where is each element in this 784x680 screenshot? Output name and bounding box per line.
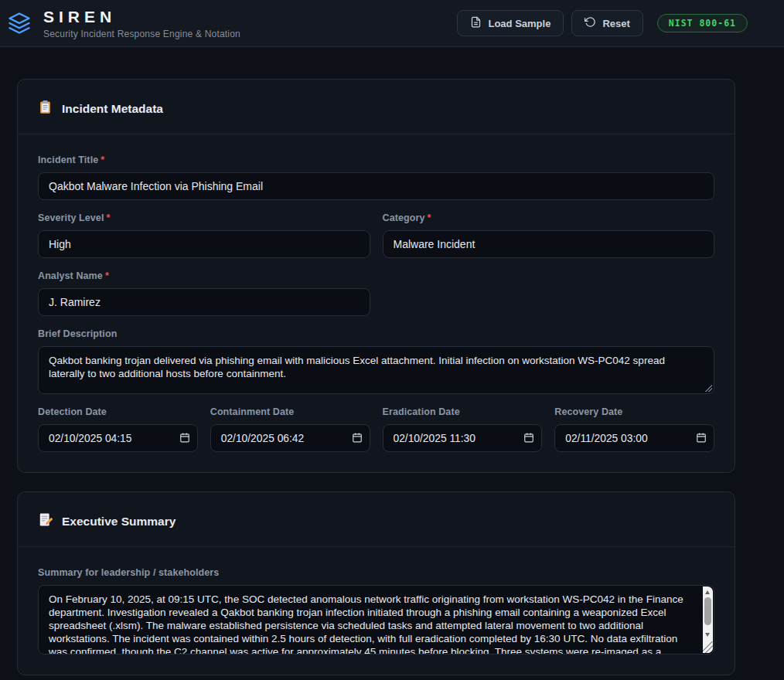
analyst-row-spacer xyxy=(383,270,715,316)
summary-textarea[interactable]: On February 10, 2025, at 09:15 UTC, the … xyxy=(38,585,714,654)
textarea-scrollbar[interactable] xyxy=(703,586,713,653)
incident-title-field: Incident Title* xyxy=(38,155,714,200)
analyst-label: Analyst Name* xyxy=(38,270,370,282)
detection-date-label: Detection Date xyxy=(38,406,198,418)
eradication-date-field: Eradication Date xyxy=(383,406,543,452)
incident-metadata-body: Incident Title* Severity Level* Category… xyxy=(18,134,735,472)
recovery-date-label: Recovery Date xyxy=(554,406,714,418)
app-subtitle: Security Incident Response Engine & Nota… xyxy=(43,29,240,39)
calendar-icon[interactable] xyxy=(523,432,534,446)
summary-text: On February 10, 2025, at 09:15 UTC, the … xyxy=(49,593,683,654)
eradication-date-box xyxy=(383,424,543,452)
required-marker: * xyxy=(105,270,109,281)
analyst-input[interactable] xyxy=(38,288,370,316)
header-actions: Load Sample Reset NIST 800-61 xyxy=(457,10,748,36)
description-textarea[interactable]: Qakbot banking trojan delivered via phis… xyxy=(38,346,714,394)
dates-row: Detection Date Containment Dat xyxy=(38,406,714,452)
recovery-date-field: Recovery Date xyxy=(554,406,714,452)
main-content: Incident Metadata Incident Title* Severi… xyxy=(0,47,784,675)
memo-icon xyxy=(38,512,53,530)
calendar-icon[interactable] xyxy=(696,432,707,446)
eradication-date-input[interactable] xyxy=(383,424,543,452)
label-text: Category xyxy=(383,212,425,223)
label-text: Analyst Name xyxy=(38,270,103,281)
app-title: SIREN xyxy=(43,8,240,26)
brand-text: SIREN Security Incident Response Engine … xyxy=(43,8,240,39)
executive-summary-title: Executive Summary xyxy=(62,515,176,529)
resize-grip-icon[interactable] xyxy=(703,641,713,653)
summary-label: Summary for leadership / stakeholders xyxy=(38,567,714,579)
clipboard-icon xyxy=(38,100,53,117)
required-marker: * xyxy=(101,155,104,165)
incident-metadata-card: Incident Metadata Incident Title* Severi… xyxy=(17,79,735,473)
detection-date-box xyxy=(38,424,198,452)
file-text-icon xyxy=(470,16,482,30)
label-text: Severity Level xyxy=(38,212,104,223)
containment-date-input[interactable] xyxy=(210,424,370,452)
load-sample-button[interactable]: Load Sample xyxy=(457,10,564,36)
severity-label: Severity Level* xyxy=(38,212,370,224)
analyst-field: Analyst Name* xyxy=(38,270,370,316)
rotate-ccw-icon xyxy=(585,16,596,30)
description-label: Brief Description xyxy=(38,328,714,340)
incident-title-label: Incident Title* xyxy=(38,155,714,166)
reset-label: Reset xyxy=(602,18,629,29)
severity-select[interactable] xyxy=(38,230,370,258)
reset-button[interactable]: Reset xyxy=(571,10,643,36)
scroll-up-arrow-icon[interactable] xyxy=(705,590,710,594)
layers-icon xyxy=(6,10,32,36)
containment-date-box xyxy=(210,424,370,452)
brand: SIREN Security Incident Response Engine … xyxy=(6,8,240,39)
severity-category-row: Severity Level* Category* xyxy=(38,212,714,258)
calendar-icon[interactable] xyxy=(179,432,190,446)
description-field: Brief Description Qakbot banking trojan … xyxy=(38,328,714,394)
executive-summary-header: Executive Summary xyxy=(18,492,735,547)
app-header: SIREN Security Incident Response Engine … xyxy=(0,0,784,47)
label-text: Incident Title xyxy=(38,155,98,165)
containment-date-label: Containment Date xyxy=(210,406,370,418)
eradication-date-label: Eradication Date xyxy=(383,406,543,418)
load-sample-label: Load Sample xyxy=(488,18,551,29)
incident-title-input[interactable] xyxy=(38,172,714,200)
executive-summary-body: Summary for leadership / stakeholders On… xyxy=(18,547,735,675)
calendar-icon[interactable] xyxy=(352,432,363,446)
detection-date-field: Detection Date xyxy=(38,406,198,452)
incident-metadata-header: Incident Metadata xyxy=(18,80,735,134)
analyst-row: Analyst Name* xyxy=(38,270,714,316)
description-text: Qakbot banking trojan delivered via phis… xyxy=(49,355,665,379)
nist-badge: NIST 800-61 xyxy=(657,14,748,32)
required-marker: * xyxy=(106,212,110,223)
category-select[interactable] xyxy=(383,230,715,258)
required-marker: * xyxy=(427,212,431,223)
recovery-date-input[interactable] xyxy=(554,424,714,452)
category-label: Category* xyxy=(383,212,715,224)
recovery-date-box xyxy=(554,424,714,452)
containment-date-field: Containment Date xyxy=(210,406,370,452)
detection-date-input[interactable] xyxy=(38,424,198,452)
category-field: Category* xyxy=(383,212,715,258)
severity-field: Severity Level* xyxy=(38,212,370,258)
incident-metadata-title: Incident Metadata xyxy=(62,102,163,116)
scrollbar-thumb[interactable] xyxy=(704,597,711,625)
resize-grip-icon[interactable] xyxy=(704,384,712,392)
executive-summary-card: Executive Summary Summary for leadership… xyxy=(17,491,735,675)
scroll-down-arrow-icon[interactable] xyxy=(705,633,710,637)
